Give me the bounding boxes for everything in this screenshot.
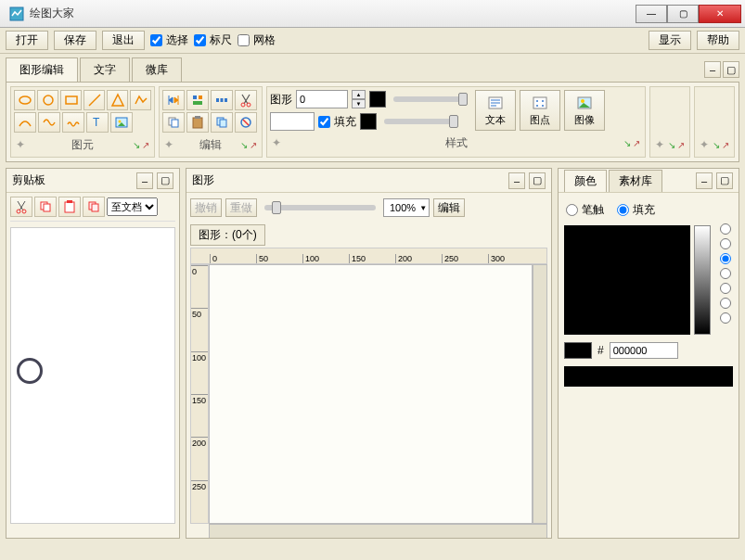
svg-rect-8 <box>193 95 197 99</box>
paste-tool[interactable] <box>186 112 209 133</box>
fill-checkbox[interactable]: 填充 <box>318 114 356 130</box>
curve-tool[interactable] <box>38 112 60 133</box>
tab-material[interactable]: 素材库 <box>609 170 662 192</box>
tab-shape-edit[interactable]: 图形编辑 <box>6 57 78 82</box>
stroke-swatch[interactable] <box>369 91 386 108</box>
group-style-label: 样式 <box>445 135 468 151</box>
clipboard-title: 剪贴板 <box>12 172 133 188</box>
panel-min-button[interactable]: – <box>696 172 713 189</box>
svg-point-35 <box>17 210 20 213</box>
group-edit-label: 编辑 <box>199 137 222 153</box>
clip-paste-button[interactable] <box>58 197 81 217</box>
copy-tool[interactable] <box>162 112 185 133</box>
minimize-button[interactable]: — <box>636 5 667 23</box>
fill-value-input[interactable] <box>270 112 315 131</box>
clip-target-select[interactable]: 至文档 <box>107 197 158 216</box>
shape-index-input[interactable] <box>296 90 348 108</box>
wave-tool[interactable] <box>62 112 84 133</box>
brush-radio[interactable]: 笔触 <box>566 202 604 218</box>
stroke-slider[interactable] <box>393 96 468 102</box>
svg-rect-40 <box>67 200 72 203</box>
panel-max-button[interactable]: ▢ <box>716 172 733 189</box>
fill-radio[interactable]: 填充 <box>617 202 655 218</box>
color-field[interactable] <box>564 225 690 335</box>
svg-point-31 <box>536 105 538 107</box>
clipboard-shape-ring[interactable] <box>17 358 43 384</box>
hex-input[interactable] <box>610 342 678 359</box>
help-button[interactable]: 帮助 <box>697 31 739 50</box>
collapse-icon[interactable]: ↗ <box>250 140 257 150</box>
svg-point-15 <box>247 103 250 107</box>
collapse-icon[interactable]: ↗ <box>633 138 640 148</box>
svg-point-14 <box>241 103 245 107</box>
triangle-tool[interactable] <box>107 90 128 110</box>
tab-library[interactable]: 微库 <box>132 57 182 82</box>
ribbon-minimize-button[interactable]: – <box>704 61 721 78</box>
svg-rect-42 <box>92 204 98 211</box>
arc-tool[interactable] <box>14 112 36 133</box>
cut-tool[interactable] <box>235 90 257 110</box>
panel-min-button[interactable]: – <box>508 172 525 189</box>
rect-tool[interactable] <box>60 90 82 110</box>
ruler-checkbox[interactable]: 标尺 <box>194 32 232 48</box>
line-tool[interactable] <box>83 90 105 110</box>
zoom-slider[interactable] <box>264 205 376 210</box>
shape-label: 图形 <box>270 92 292 108</box>
redo-button[interactable]: 重做 <box>225 198 257 217</box>
title-bar: 绘图大家 — ▢ ✕ <box>0 0 745 28</box>
svg-line-23 <box>243 120 249 125</box>
collapse-icon[interactable]: ↗ <box>142 140 149 150</box>
panel-min-button[interactable]: – <box>136 172 153 189</box>
point-big-button[interactable]: 图点 <box>520 90 560 131</box>
close-button[interactable]: ✕ <box>699 5 741 23</box>
drawing-canvas[interactable] <box>209 264 533 524</box>
zoom-combo[interactable]: 100%▼ <box>383 198 430 217</box>
svg-rect-19 <box>195 116 200 119</box>
expand-icon[interactable]: ↘ <box>133 140 140 150</box>
svg-rect-18 <box>193 118 202 128</box>
panel-max-button[interactable]: ▢ <box>157 172 173 189</box>
channel-radios[interactable] <box>720 223 731 324</box>
fill-swatch[interactable] <box>360 113 377 130</box>
display-button[interactable]: 显示 <box>649 31 691 50</box>
select-checkbox[interactable]: 选择 <box>150 32 188 48</box>
tab-text[interactable]: 文字 <box>80 57 130 82</box>
text-big-button[interactable]: 文本 <box>475 90 516 131</box>
open-button[interactable]: 打开 <box>6 31 48 50</box>
clip-cut-button[interactable] <box>10 197 32 217</box>
group-style: 图形 ▲▼ 填充 文本 图点 <box>266 86 646 158</box>
delete-tool[interactable] <box>235 112 257 133</box>
image-tool[interactable] <box>110 112 133 133</box>
save-button[interactable]: 保存 <box>54 31 96 50</box>
grid-checkbox[interactable]: 网格 <box>238 32 276 48</box>
tab-color[interactable]: 颜色 <box>564 170 607 192</box>
distribute-tool[interactable] <box>211 90 233 110</box>
scrollbar-vertical[interactable] <box>533 264 547 524</box>
ellipse-tool[interactable] <box>14 90 35 110</box>
flip-h-tool[interactable] <box>162 90 185 110</box>
hue-slider[interactable] <box>694 225 711 335</box>
shape-spinner[interactable]: ▲▼ <box>352 90 366 108</box>
svg-rect-9 <box>199 95 202 99</box>
expand-icon[interactable]: ↘ <box>623 138 631 148</box>
text-tool[interactable]: T <box>86 112 109 133</box>
polyline-tool[interactable] <box>130 90 151 110</box>
svg-point-34 <box>581 99 584 103</box>
ribbon-restore-button[interactable]: ▢ <box>723 61 739 78</box>
clip-dup-button[interactable] <box>83 197 105 217</box>
fill-slider[interactable] <box>384 119 458 124</box>
svg-point-2 <box>44 95 53 105</box>
panel-max-button[interactable]: ▢ <box>529 172 546 189</box>
canvas-edit-button[interactable]: 编辑 <box>433 198 465 217</box>
expand-icon[interactable]: ↘ <box>240 140 248 150</box>
exit-button[interactable]: 退出 <box>102 31 145 50</box>
clip-copy-button[interactable] <box>34 197 57 217</box>
duplicate-tool[interactable] <box>211 112 233 133</box>
align-tool[interactable] <box>186 90 209 110</box>
scrollbar-horizontal[interactable] <box>209 524 547 538</box>
canvas-panel: 图形 – ▢ 撤销 重做 100%▼ 编辑 图形：(0个) 0501001502… <box>186 168 552 539</box>
circle-tool[interactable] <box>37 90 58 110</box>
undo-button[interactable]: 撤销 <box>190 198 222 217</box>
maximize-button[interactable]: ▢ <box>667 5 699 23</box>
image-big-button[interactable]: 图像 <box>564 90 605 131</box>
